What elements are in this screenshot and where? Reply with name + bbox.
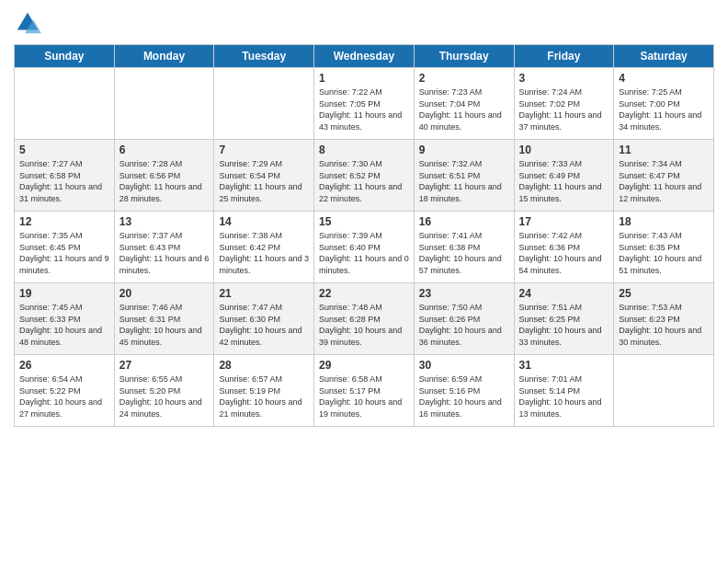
calendar-cell: 22Sunrise: 7:48 AMSunset: 6:28 PMDayligh… [314,283,415,355]
logo [14,9,45,37]
day-number: 20 [119,287,210,300]
calendar-cell: 8Sunrise: 7:30 AMSunset: 6:52 PMDaylight… [314,140,415,212]
day-info: Sunrise: 7:32 AMSunset: 6:51 PMDaylight:… [419,158,509,204]
day-number: 18 [619,215,709,228]
calendar-cell: 15Sunrise: 7:39 AMSunset: 6:40 PMDayligh… [314,212,415,283]
day-number: 12 [19,215,109,228]
day-number: 25 [619,287,709,300]
calendar-cell: 19Sunrise: 7:45 AMSunset: 6:33 PMDayligh… [15,283,115,355]
calendar-week-row: 19Sunrise: 7:45 AMSunset: 6:33 PMDayligh… [15,283,714,355]
day-number: 21 [219,287,309,300]
day-number: 19 [19,287,109,300]
weekday-header: Monday [114,45,214,68]
calendar-cell: 23Sunrise: 7:50 AMSunset: 6:26 PMDayligh… [414,283,514,355]
day-info: Sunrise: 7:48 AMSunset: 6:28 PMDaylight:… [319,302,409,348]
calendar-cell [114,68,214,140]
day-number: 1 [319,72,409,85]
calendar-cell: 30Sunrise: 6:59 AMSunset: 5:16 PMDayligh… [414,355,514,427]
calendar-week-row: 5Sunrise: 7:27 AMSunset: 6:58 PMDaylight… [15,140,714,212]
calendar-cell: 24Sunrise: 7:51 AMSunset: 6:25 PMDayligh… [514,283,614,355]
weekday-row: SundayMondayTuesdayWednesdayThursdayFrid… [15,45,714,68]
day-number: 22 [319,287,409,300]
day-info: Sunrise: 7:53 AMSunset: 6:23 PMDaylight:… [619,302,709,348]
day-number: 31 [519,359,609,372]
day-info: Sunrise: 7:37 AMSunset: 6:43 PMDaylight:… [119,230,210,276]
calendar-cell: 20Sunrise: 7:46 AMSunset: 6:31 PMDayligh… [114,283,214,355]
day-info: Sunrise: 7:23 AMSunset: 7:04 PMDaylight:… [419,86,509,132]
calendar-cell: 14Sunrise: 7:38 AMSunset: 6:42 PMDayligh… [214,212,314,283]
day-number: 10 [519,144,609,156]
calendar-cell: 10Sunrise: 7:33 AMSunset: 6:49 PMDayligh… [514,140,614,212]
calendar-cell: 4Sunrise: 7:25 AMSunset: 7:00 PMDaylight… [614,68,714,140]
calendar-cell: 5Sunrise: 7:27 AMSunset: 6:58 PMDaylight… [15,140,115,212]
calendar-cell: 28Sunrise: 6:57 AMSunset: 5:19 PMDayligh… [214,355,314,427]
calendar-cell [15,68,115,140]
calendar-week-row: 12Sunrise: 7:35 AMSunset: 6:45 PMDayligh… [15,212,714,283]
day-info: Sunrise: 7:33 AMSunset: 6:49 PMDaylight:… [519,158,609,204]
day-number: 4 [619,72,709,85]
calendar-cell: 18Sunrise: 7:43 AMSunset: 6:35 PMDayligh… [614,212,714,283]
day-number: 7 [219,144,309,156]
day-info: Sunrise: 7:39 AMSunset: 6:40 PMDaylight:… [319,230,409,276]
day-number: 11 [619,144,709,156]
day-info: Sunrise: 7:45 AMSunset: 6:33 PMDaylight:… [19,302,109,348]
day-info: Sunrise: 6:58 AMSunset: 5:17 PMDaylight:… [319,373,409,419]
day-number: 2 [419,72,509,85]
day-number: 24 [519,287,609,300]
calendar-cell: 7Sunrise: 7:29 AMSunset: 6:54 PMDaylight… [214,140,314,212]
day-number: 6 [119,144,210,156]
day-info: Sunrise: 7:46 AMSunset: 6:31 PMDaylight:… [119,302,210,348]
weekday-header: Tuesday [214,45,314,68]
calendar-header: SundayMondayTuesdayWednesdayThursdayFrid… [15,45,714,68]
day-number: 9 [419,144,509,156]
day-info: Sunrise: 7:28 AMSunset: 6:56 PMDaylight:… [119,158,210,204]
calendar-cell: 25Sunrise: 7:53 AMSunset: 6:23 PMDayligh… [614,283,714,355]
calendar-cell: 2Sunrise: 7:23 AMSunset: 7:04 PMDaylight… [414,68,514,140]
calendar-cell: 17Sunrise: 7:42 AMSunset: 6:36 PMDayligh… [514,212,614,283]
calendar-week-row: 26Sunrise: 6:54 AMSunset: 5:22 PMDayligh… [15,355,714,427]
day-number: 28 [219,359,309,372]
day-info: Sunrise: 7:27 AMSunset: 6:58 PMDaylight:… [19,158,109,204]
day-number: 5 [19,144,109,156]
calendar-cell: 9Sunrise: 7:32 AMSunset: 6:51 PMDaylight… [414,140,514,212]
day-number: 13 [119,215,210,228]
day-info: Sunrise: 7:51 AMSunset: 6:25 PMDaylight:… [519,302,609,348]
day-number: 8 [319,144,409,156]
calendar-cell: 26Sunrise: 6:54 AMSunset: 5:22 PMDayligh… [15,355,115,427]
day-info: Sunrise: 7:43 AMSunset: 6:35 PMDaylight:… [619,230,709,276]
weekday-header: Sunday [15,45,115,68]
calendar-cell [614,355,714,427]
day-number: 26 [19,359,109,372]
calendar-cell [214,68,314,140]
calendar-cell: 13Sunrise: 7:37 AMSunset: 6:43 PMDayligh… [114,212,214,283]
day-number: 3 [519,72,609,85]
day-info: Sunrise: 7:30 AMSunset: 6:52 PMDaylight:… [319,158,409,204]
weekday-header: Wednesday [314,45,415,68]
day-info: Sunrise: 7:42 AMSunset: 6:36 PMDaylight:… [519,230,609,276]
day-info: Sunrise: 6:55 AMSunset: 5:20 PMDaylight:… [119,373,210,419]
calendar-table: SundayMondayTuesdayWednesdayThursdayFrid… [14,44,714,427]
day-info: Sunrise: 7:22 AMSunset: 7:05 PMDaylight:… [319,86,409,132]
day-info: Sunrise: 6:54 AMSunset: 5:22 PMDaylight:… [19,373,109,419]
day-info: Sunrise: 7:38 AMSunset: 6:42 PMDaylight:… [219,230,309,276]
day-info: Sunrise: 7:01 AMSunset: 5:14 PMDaylight:… [519,373,609,419]
day-number: 15 [319,215,409,228]
weekday-header: Thursday [414,45,514,68]
calendar-cell: 16Sunrise: 7:41 AMSunset: 6:38 PMDayligh… [414,212,514,283]
day-info: Sunrise: 6:57 AMSunset: 5:19 PMDaylight:… [219,373,309,419]
calendar-cell: 11Sunrise: 7:34 AMSunset: 6:47 PMDayligh… [614,140,714,212]
day-number: 30 [419,359,509,372]
weekday-header: Saturday [614,45,714,68]
day-info: Sunrise: 7:47 AMSunset: 6:30 PMDaylight:… [219,302,309,348]
day-info: Sunrise: 7:29 AMSunset: 6:54 PMDaylight:… [219,158,309,204]
day-number: 16 [419,215,509,228]
calendar-cell: 12Sunrise: 7:35 AMSunset: 6:45 PMDayligh… [15,212,115,283]
page-container: SundayMondayTuesdayWednesdayThursdayFrid… [0,0,728,436]
page-header [14,9,714,37]
calendar-cell: 6Sunrise: 7:28 AMSunset: 6:56 PMDaylight… [114,140,214,212]
calendar-body: 1Sunrise: 7:22 AMSunset: 7:05 PMDaylight… [15,68,714,427]
day-info: Sunrise: 7:25 AMSunset: 7:00 PMDaylight:… [619,86,709,132]
day-info: Sunrise: 7:50 AMSunset: 6:26 PMDaylight:… [419,302,509,348]
calendar-cell: 21Sunrise: 7:47 AMSunset: 6:30 PMDayligh… [214,283,314,355]
day-info: Sunrise: 7:41 AMSunset: 6:38 PMDaylight:… [419,230,509,276]
